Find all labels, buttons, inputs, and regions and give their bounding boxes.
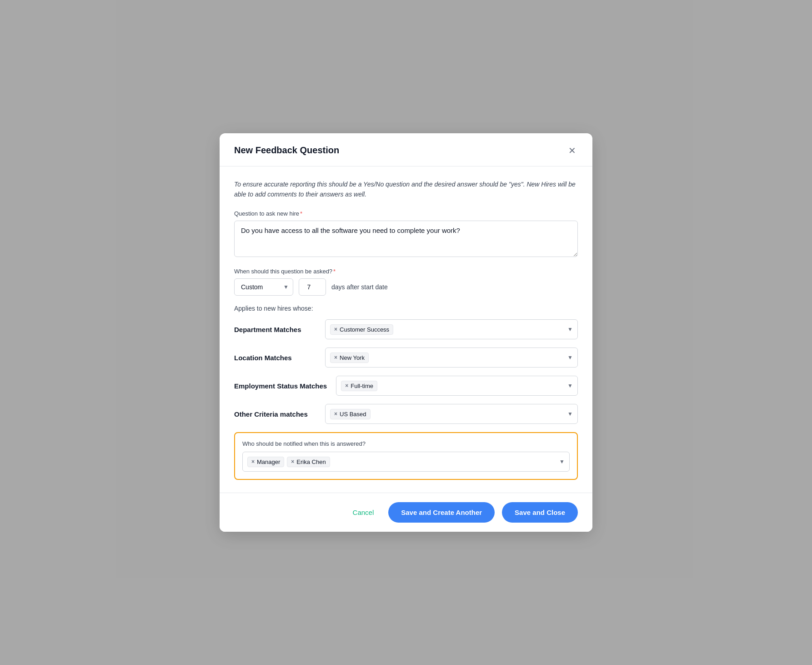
save-and-close-button[interactable]: Save and Close <box>502 502 578 523</box>
criteria-row-employment-status: Employment Status Matches × Full-time ▼ <box>234 376 578 396</box>
employment-status-tag-fulltime: × Full-time <box>341 381 377 391</box>
question-label: Question to ask new hire* <box>234 210 578 217</box>
notification-label: Who should be notified when this is answ… <box>242 440 570 447</box>
notification-select[interactable]: × Manager × Erika Chen ▼ <box>242 452 570 472</box>
department-tag-remove-icon[interactable]: × <box>334 326 337 332</box>
other-criteria-tag-remove-icon[interactable]: × <box>334 411 337 417</box>
location-tag-label: New York <box>340 354 365 361</box>
criteria-row-department: Department Matches × Customer Success ▼ <box>234 319 578 339</box>
notification-chevron-icon: ▼ <box>559 458 565 465</box>
location-tag-new-york: × New York <box>330 353 369 363</box>
criteria-row-location: Location Matches × New York ▼ <box>234 348 578 368</box>
modal-body: To ensure accurate reporting this should… <box>220 166 592 493</box>
close-icon: ✕ <box>568 146 576 156</box>
criteria-label-department: Department Matches <box>234 326 316 333</box>
notification-tag-erika-chen-label: Erika Chen <box>296 458 326 465</box>
modal-dialog: New Feedback Question ✕ To ensure accura… <box>220 133 592 532</box>
other-criteria-select[interactable]: × US Based ▼ <box>325 404 578 424</box>
when-group: When should this question be asked?* Cus… <box>234 268 578 296</box>
criteria-list: Department Matches × Customer Success ▼ … <box>234 319 578 424</box>
notification-tag-erika-chen: × Erika Chen <box>287 457 330 467</box>
employment-status-chevron-icon: ▼ <box>567 383 573 389</box>
required-indicator: * <box>300 210 302 217</box>
department-tag-label: Customer Success <box>340 326 389 333</box>
location-select[interactable]: × New York ▼ <box>325 348 578 368</box>
notification-tag-manager-label: Manager <box>257 458 280 465</box>
when-select-wrapper: Custom Day 1 Day 30 Day 60 Day 90 ▼ <box>234 278 293 296</box>
criteria-label-location: Location Matches <box>234 354 316 362</box>
question-input[interactable] <box>234 221 578 257</box>
department-tag-customer-success: × Customer Success <box>330 324 393 335</box>
criteria-row-other: Other Criteria matches × US Based ▼ <box>234 404 578 424</box>
department-select[interactable]: × Customer Success ▼ <box>325 319 578 339</box>
location-chevron-icon: ▼ <box>567 354 573 361</box>
employment-status-select[interactable]: × Full-time ▼ <box>336 376 578 396</box>
location-tag-remove-icon[interactable]: × <box>334 354 337 361</box>
modal-overlay: New Feedback Question ✕ To ensure accura… <box>0 0 812 665</box>
modal-footer: Cancel Save and Create Another Save and … <box>220 493 592 532</box>
notification-tag-manager: × Manager <box>247 457 284 467</box>
notification-tag-manager-remove-icon[interactable]: × <box>251 458 255 465</box>
employment-status-tag-label: Full-time <box>351 383 373 389</box>
criteria-label-other: Other Criteria matches <box>234 410 316 418</box>
when-select[interactable]: Custom Day 1 Day 30 Day 60 Day 90 <box>234 278 293 296</box>
close-button[interactable]: ✕ <box>566 144 578 157</box>
modal-header: New Feedback Question ✕ <box>220 133 592 166</box>
applies-label: Applies to new hires whose: <box>234 305 578 312</box>
cancel-button[interactable]: Cancel <box>346 504 381 521</box>
notification-tag-erika-chen-remove-icon[interactable]: × <box>291 458 294 465</box>
modal-title: New Feedback Question <box>234 145 339 156</box>
days-input[interactable] <box>299 278 326 296</box>
days-suffix: days after start date <box>331 283 388 291</box>
criteria-label-employment-status: Employment Status Matches <box>234 382 327 390</box>
department-chevron-icon: ▼ <box>567 326 573 332</box>
other-criteria-tag-label: US Based <box>340 411 366 418</box>
save-and-create-another-button[interactable]: Save and Create Another <box>388 502 495 523</box>
other-criteria-chevron-icon: ▼ <box>567 411 573 417</box>
when-label: When should this question be asked?* <box>234 268 578 275</box>
when-row: Custom Day 1 Day 30 Day 60 Day 90 ▼ days… <box>234 278 578 296</box>
other-criteria-tag-us-based: × US Based <box>330 409 371 419</box>
when-required-indicator: * <box>333 268 336 275</box>
notification-section: Who should be notified when this is answ… <box>234 432 578 480</box>
employment-status-tag-remove-icon[interactable]: × <box>345 383 348 389</box>
question-group: Question to ask new hire* <box>234 210 578 259</box>
info-text: To ensure accurate reporting this should… <box>234 179 578 200</box>
